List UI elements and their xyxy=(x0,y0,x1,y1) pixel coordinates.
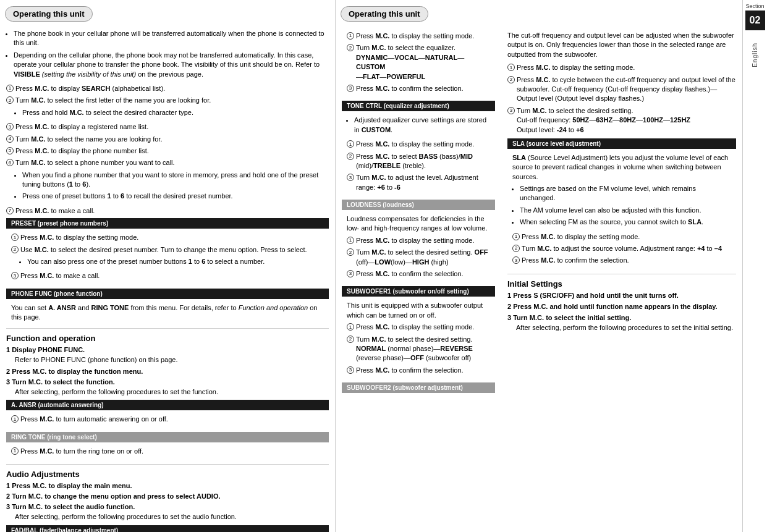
audio-step3: 3 Turn M.C. to select the audio function… xyxy=(6,503,329,510)
bullet-1: The phone book in your cellular phone wi… xyxy=(14,29,329,48)
left-bullets: The phone book in your cellular phone wi… xyxy=(6,29,329,79)
step-6-sub: When you find a phone number that you wa… xyxy=(6,171,329,201)
sub2-step3: 3 Turn M.C. to select the desired settin… xyxy=(507,106,736,135)
function-section-title: Function and operation xyxy=(6,334,329,343)
loudness-content: Loudness compensates for deficiencies in… xyxy=(342,212,495,284)
loudness-title: LOUDNESS (loudness) xyxy=(342,200,495,210)
audio-step2: 2 Turn M.C. to change the menu option an… xyxy=(6,492,329,500)
a-ansr-title: A. ANSR (automatic answering) xyxy=(6,400,329,410)
subwoofer1-title: SUBWOOFER1 (subwoofer on/off setting) xyxy=(342,286,495,297)
step-1: 1 Press M.C. to display SEARCH (alphabet… xyxy=(6,84,329,93)
phone-func-box-content: You can set A. ANSR and RING TONE from t… xyxy=(6,301,329,325)
tone-ctrl-content: Adjusted equalizer curve settings are st… xyxy=(342,113,495,197)
step-2-sub: Press and hold M.C. to select the desire… xyxy=(6,108,329,117)
subwoofer1-content: This unit is equipped with a subwoofer o… xyxy=(342,298,495,380)
init-step3: 3 Turn M.C. to select the initial settin… xyxy=(507,314,736,321)
english-label: English xyxy=(752,43,758,67)
left-header: Operating this unit xyxy=(5,6,93,22)
fad-bal-title: FAD/BAL (fader/balance adjustment) xyxy=(6,525,329,532)
sub2-step2: 2 Press M.C. to cycle between the cut-of… xyxy=(507,75,736,104)
func-step3-body: After selecting, perform the following p… xyxy=(6,387,329,397)
section-number: 02 xyxy=(745,11,765,30)
ring-tone-title: RING TONE (ring tone select) xyxy=(6,432,329,442)
phone-func-box-title: PHONE FUNC (phone function) xyxy=(6,289,329,299)
equalizer-steps: 1 Press M.C. to display the setting mode… xyxy=(342,29,495,98)
ring-tone-content: 1 Press M.C. to turn the ring tone on or… xyxy=(6,444,329,461)
preset-box-content: 1 Press M.C. to display the setting mode… xyxy=(6,230,329,286)
step-4: 4 Turn M.C. to select the name you are l… xyxy=(6,135,329,144)
step-3: 3 Press M.C. to display a registered nam… xyxy=(6,122,329,132)
section-sidebar: Section 02 English xyxy=(742,0,767,532)
func-step1-title: 1 Display PHONE FUNC. xyxy=(6,346,329,353)
func-step3-title: 3 Turn M.C. to select the function. xyxy=(6,378,329,386)
init-step2: 2 Press M.C. and hold until function nam… xyxy=(507,303,736,310)
sla-title: SLA (source level adjustment) xyxy=(507,138,736,149)
audio-section-title: Audio Adjustments xyxy=(6,470,329,479)
tone-ctrl-title: TONE CTRL (equalizer adjustment) xyxy=(342,101,495,111)
bullet-2: Depending on the cellular phone, the pho… xyxy=(14,51,329,79)
sla-content: SLA (Source Level Adjustment) lets you a… xyxy=(507,151,736,271)
step-7: 7 Press M.C. to make a call. xyxy=(6,206,329,216)
sub2-step1: 1 Press M.C. to display the setting mode… xyxy=(507,63,736,72)
audio-step3-body: After selecting, perform the following p… xyxy=(6,512,329,521)
subwoofer2-body: The cut-off frequency and output level c… xyxy=(507,31,736,59)
preset-box-title: PRESET (preset phone numbers) xyxy=(6,218,329,229)
step-6: 6 Turn M.C. to select a phone number you… xyxy=(6,158,329,167)
step-2: 2 Turn M.C. to select the first letter o… xyxy=(6,96,329,105)
initial-settings-title: Initial Settings xyxy=(507,279,736,289)
init-step1: 1 Press S (SRC/OFF) and hold until the u… xyxy=(507,292,736,299)
right-header: Operating this unit xyxy=(341,6,428,22)
init-step3-body: After selecting, perform the following p… xyxy=(507,323,736,332)
func-step2-title: 2 Press M.C. to display the function men… xyxy=(6,368,329,375)
section-label: Section xyxy=(745,3,764,9)
step-5: 5 Press M.C. to display the phone number… xyxy=(6,146,329,156)
func-step1-body: Refer to PHONE FUNC (phone function) on … xyxy=(6,355,329,365)
subwoofer2-title: SUBWOOFER2 (subwoofer adjustment) xyxy=(342,382,495,393)
audio-step1: 1 Press M.C. to display the main menu. xyxy=(6,482,329,489)
a-ansr-content: 1 Press M.C. to turn automatic answering… xyxy=(6,412,329,429)
